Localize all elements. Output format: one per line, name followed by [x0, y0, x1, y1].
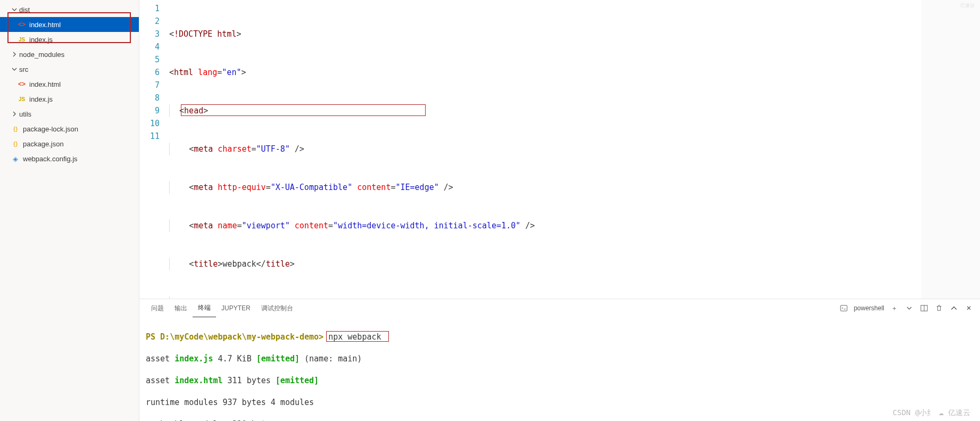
file-webpack.config.js[interactable]: ◈webpack.config.js — [0, 151, 139, 166]
split-terminal-icon[interactable] — [919, 303, 929, 313]
item-label: utils — [19, 110, 31, 118]
chevron-down-icon — [11, 6, 18, 13]
item-label: index.html — [29, 80, 61, 88]
panel-tab-2[interactable]: 终端 — [193, 299, 216, 317]
code-content[interactable]: <!DOCTYPE html> <html lang="en"> <head> … — [169, 0, 921, 299]
panel-tabs: 问题输出终端JUPYTER调试控制台 powershell ＋ ✕ — [139, 299, 980, 317]
folder-dist[interactable]: dist — [0, 2, 139, 17]
html-icon: <> — [17, 80, 27, 88]
svg-rect-0 — [841, 306, 847, 311]
json-icon: {} — [11, 126, 20, 132]
panel-tab-3[interactable]: JUPYTER — [216, 299, 256, 317]
folder-utils[interactable]: utils — [0, 106, 139, 121]
file-index.js[interactable]: JSindex.js — [0, 32, 139, 47]
panel-tab-4[interactable]: 调试控制台 — [256, 299, 298, 317]
trash-icon[interactable] — [934, 303, 944, 313]
panel-tab-0[interactable]: 问题 — [146, 299, 169, 317]
watermark-top: 亿速云 — [960, 2, 975, 9]
item-label: index.js — [29, 36, 53, 44]
close-panel-icon[interactable]: ✕ — [964, 303, 974, 313]
js-icon: JS — [17, 37, 27, 43]
shell-label[interactable]: powershell — [854, 304, 884, 312]
line-gutter: 1234567891011 — [139, 0, 169, 299]
minimap[interactable] — [921, 0, 980, 299]
main-area: 1234567891011 <!DOCTYPE html> <html lang… — [139, 0, 980, 421]
item-label: package.json — [23, 140, 64, 148]
terminal-icon[interactable] — [839, 303, 849, 313]
folder-src[interactable]: src — [0, 62, 139, 77]
code-editor[interactable]: 1234567891011 <!DOCTYPE html> <html lang… — [139, 0, 980, 299]
html-icon: <> — [17, 21, 27, 28]
item-label: node_modules — [19, 51, 64, 59]
json-icon: {} — [11, 141, 20, 147]
chevron-right-icon — [11, 51, 18, 58]
new-terminal-icon[interactable]: ＋ — [890, 303, 899, 313]
item-label: index.html — [29, 21, 61, 29]
panel-tab-1[interactable]: 输出 — [169, 299, 193, 317]
item-label: index.js — [29, 95, 53, 103]
file-index.html[interactable]: <>index.html — [0, 17, 139, 32]
folder-node_modules[interactable]: node_modules — [0, 47, 139, 62]
file-package-lock.json[interactable]: {}package-lock.json — [0, 121, 139, 136]
item-label: webpack.config.js — [23, 155, 78, 163]
file-package.json[interactable]: {}package.json — [0, 136, 139, 151]
file-explorer: dist<>index.htmlJSindex.jsnode_modulessr… — [0, 0, 139, 421]
item-label: src — [19, 65, 28, 73]
bottom-panel: 问题输出终端JUPYTER调试控制台 powershell ＋ ✕ PS D:\… — [139, 299, 980, 421]
terminal-output[interactable]: PS D:\myCode\webpack\my-webpack-demo> np… — [139, 317, 980, 421]
webpack-icon: ◈ — [11, 155, 20, 163]
chevron-down-icon — [11, 65, 18, 73]
chevron-down-icon[interactable] — [904, 303, 914, 313]
item-label: package-lock.json — [23, 125, 78, 133]
file-index.js[interactable]: JSindex.js — [0, 92, 139, 106]
chevron-up-icon[interactable] — [949, 303, 959, 313]
chevron-right-icon — [11, 110, 18, 118]
item-label: dist — [19, 6, 30, 14]
watermark: CSDN @小纟 ☁ 亿速云 — [893, 407, 970, 418]
js-icon: JS — [17, 96, 27, 102]
file-index.html[interactable]: <>index.html — [0, 77, 139, 92]
